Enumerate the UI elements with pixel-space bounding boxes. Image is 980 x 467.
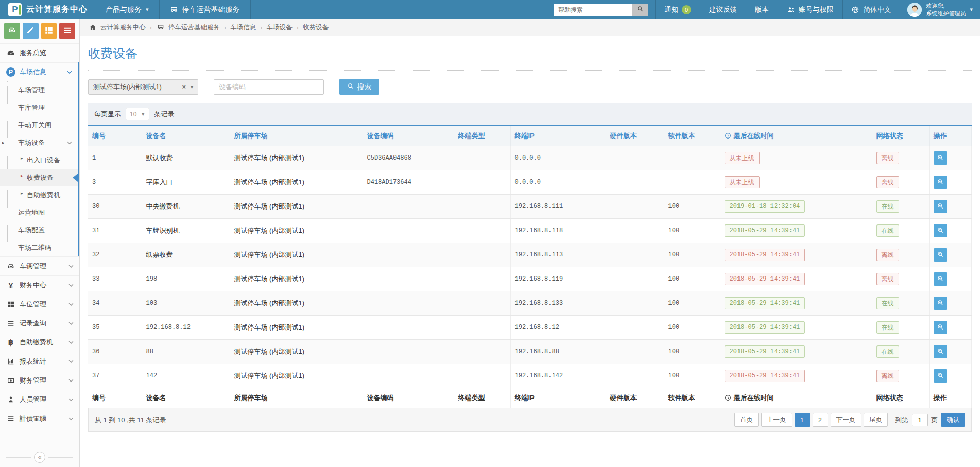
top-right: 通知 0 建议反馈 版本 账号与权限 简体中文 欢迎您, 系统维护管理员 ▾	[554, 0, 980, 19]
version-item[interactable]: 版本	[746, 0, 778, 19]
column-header[interactable]: 设备编码	[363, 126, 454, 146]
breadcrumb-item[interactable]: 车场信息	[230, 23, 256, 32]
view-device-button[interactable]	[934, 297, 947, 310]
search-button[interactable]: 搜索	[339, 79, 379, 95]
confirm-button[interactable]: 确认	[941, 413, 965, 427]
sidebar-item-pricing-computer[interactable]: 計價電腦	[0, 409, 79, 428]
table-cell: 100	[664, 195, 720, 219]
per-page-select[interactable]: 10▼	[126, 108, 149, 120]
column-header[interactable]: 编号	[88, 126, 142, 146]
main-content: 云计算服务中心›停车运营基础服务›车场信息›车场设备›收费设备 收费设备 测试停…	[80, 19, 980, 467]
car-quick-button[interactable]	[4, 23, 20, 39]
sidebar-item-parking-devices[interactable]: ▸车场设备	[0, 134, 78, 151]
sidebar-item-entrance-exit-devices[interactable]: ▸出入口设备	[0, 151, 78, 169]
sidebar-item-self-payment[interactable]: ฿自助缴费机	[0, 333, 79, 352]
help-search-button[interactable]	[632, 4, 648, 16]
zoom-in-icon	[937, 178, 944, 187]
language-item[interactable]: 简体中文	[842, 0, 900, 19]
table-cell: 192.168.8.119	[510, 267, 606, 291]
zoom-in-icon	[937, 275, 944, 284]
table-row: 33198测试停车场 (内部测试1)192.168.8.1191002018-0…	[88, 267, 972, 291]
column-header[interactable]: 所属停车场	[230, 126, 363, 146]
feedback-label: 建议反馈	[709, 5, 737, 14]
breadcrumb-item[interactable]: 云计算服务中心	[88, 23, 146, 32]
help-search-input[interactable]	[554, 4, 632, 16]
goto-suffix: 页	[931, 416, 938, 425]
table-cell	[363, 267, 454, 291]
feedback-item[interactable]: 建议反馈	[700, 0, 746, 19]
breadcrumb-item[interactable]: 停车运营基础服务	[156, 23, 220, 32]
user-menu[interactable]: 欢迎您, 系统维护管理员 ▾	[900, 0, 980, 19]
list-quick-button[interactable]	[59, 23, 75, 39]
account-permissions-item[interactable]: 账号与权限	[778, 0, 843, 19]
park-select[interactable]: 测试停车场(内部测试1) × ▾	[88, 79, 198, 95]
sidebar-item-space-management[interactable]: 车位管理	[0, 295, 79, 314]
table-cell: 3	[88, 170, 142, 195]
sidebar-item-manual-gate[interactable]: 手动开关闸	[0, 116, 78, 134]
sidebar-item-parking-qrcode[interactable]: 车场二维码	[0, 239, 78, 256]
table-cell	[929, 364, 972, 388]
view-device-button[interactable]	[934, 345, 947, 358]
table-cell	[929, 243, 972, 267]
column-header[interactable]: 设备名	[142, 126, 230, 146]
column-header[interactable]: 最后在线时间	[720, 126, 872, 146]
sidebar-collapse-button[interactable]: «	[34, 452, 45, 463]
network-status-badge: 离线	[876, 249, 899, 262]
sidebar-item-parking-config[interactable]: 车场配置	[0, 221, 78, 239]
column-header[interactable]: 软件版本	[664, 126, 720, 146]
view-device-button[interactable]	[934, 176, 947, 189]
sidebar-item-record-query[interactable]: 记录查询	[0, 314, 79, 333]
sidebar-item-report-statistics[interactable]: 报表统计	[0, 352, 79, 371]
view-device-button[interactable]	[934, 369, 947, 383]
page-button-下一页[interactable]: 下一页	[831, 413, 862, 427]
grid-quick-button[interactable]	[41, 23, 57, 39]
column-header[interactable]: 操作	[929, 126, 972, 146]
view-device-button[interactable]	[934, 200, 947, 213]
column-header[interactable]: 硬件版本	[606, 126, 664, 146]
view-device-button[interactable]	[934, 151, 947, 165]
table-cell	[929, 267, 972, 291]
page-button-尾页[interactable]: 尾页	[864, 413, 888, 427]
table-cell: 测试停车场 (内部测试1)	[230, 243, 363, 267]
table-cell: 离线	[872, 243, 929, 267]
page-button-1[interactable]: 1	[795, 413, 810, 427]
chevron-down-icon	[68, 282, 74, 288]
column-header[interactable]: 网络状态	[872, 126, 929, 146]
view-device-button[interactable]	[934, 224, 947, 237]
sidebar-item-personnel-management[interactable]: 人员管理	[0, 390, 79, 409]
sidebar-item-service-overview[interactable]: 服务总览	[0, 43, 79, 62]
top-menu-products[interactable]: 产品与服务 ▾	[95, 0, 159, 19]
table-cell	[606, 219, 664, 243]
last-online-badge: 2018-05-29 14:39:41	[725, 273, 805, 286]
sidebar-item-self-payment-machines[interactable]: ▸自助缴费机	[0, 186, 78, 204]
page-button-上一页[interactable]: 上一页	[761, 413, 792, 427]
column-header[interactable]: 终端IP	[510, 126, 606, 146]
top-menu-parking-service[interactable]: 停车运营基础服务	[159, 0, 251, 19]
last-online-badge: 2018-05-29 14:39:41	[725, 370, 805, 383]
sidebar-item-parking-management[interactable]: 车场管理	[0, 81, 78, 99]
table-cell: 36	[88, 340, 142, 364]
notifications-item[interactable]: 通知 0	[655, 0, 700, 19]
page-button-2[interactable]: 2	[813, 413, 828, 427]
sidebar-item-operation-map[interactable]: 运营地图	[0, 204, 78, 221]
brand[interactable]: P 云计算服务中心	[0, 0, 95, 19]
clear-selection-icon[interactable]: ×	[182, 83, 186, 91]
view-device-button[interactable]	[934, 321, 947, 334]
column-header[interactable]: 终端类型	[454, 126, 510, 146]
goto-page-input[interactable]	[912, 414, 928, 426]
last-online-badge: 从未上线	[725, 152, 760, 165]
breadcrumb-item[interactable]: 车场设备	[267, 23, 293, 32]
page-button-首页[interactable]: 首页	[734, 413, 759, 427]
sidebar-item-charging-devices[interactable]: ▸收费设备	[0, 169, 78, 186]
pencil-quick-button[interactable]	[23, 23, 39, 39]
sidebar-item-finance-management[interactable]: 财务管理	[0, 371, 79, 390]
view-device-button[interactable]	[934, 272, 947, 286]
sidebar-item-finance-center[interactable]: ¥财务中心	[0, 275, 79, 295]
tree-arrow-icon: ▸	[2, 140, 5, 145]
device-code-input[interactable]	[214, 79, 324, 95]
breadcrumb-item[interactable]: 收费设备	[303, 23, 329, 32]
view-device-button[interactable]	[934, 248, 947, 262]
sidebar-item-garage-management[interactable]: 车库管理	[0, 99, 78, 116]
sidebar-item-vehicle-management[interactable]: 车辆管理	[0, 256, 79, 275]
sidebar-item-parking-info[interactable]: P车场信息	[0, 62, 78, 81]
